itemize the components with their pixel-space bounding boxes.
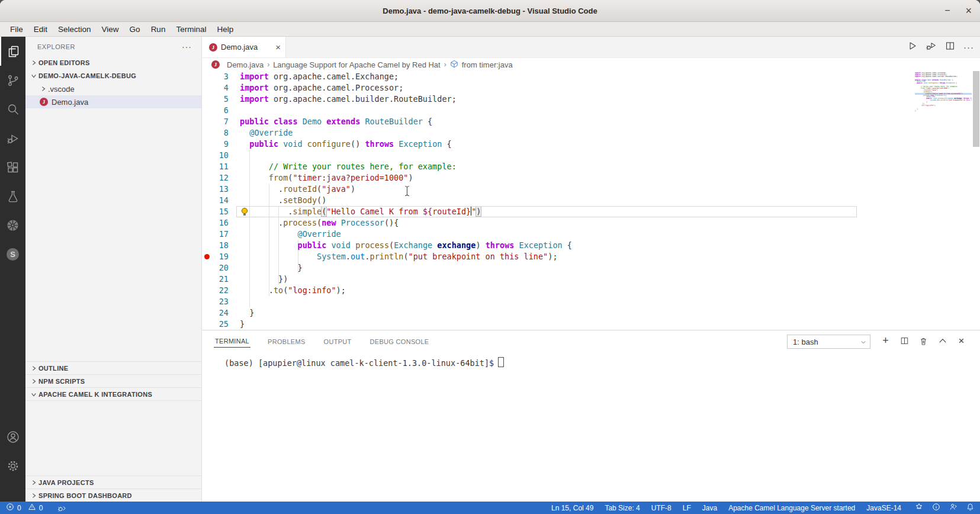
open-editors-section[interactable]: OPEN EDITORS — [25, 56, 201, 69]
code-line-5[interactable]: 5import org.apache.camel.builder.RouteBu… — [202, 94, 980, 105]
gutter[interactable]: 8 — [202, 127, 240, 139]
gutter[interactable]: 3 — [202, 71, 240, 82]
gutter[interactable]: 18 — [202, 240, 240, 251]
code-line-17[interactable]: 17 @Override — [202, 229, 980, 240]
java-overview-person-icon[interactable] — [949, 503, 957, 513]
terminal-content[interactable]: (base) [apupier@linux camel-k-client-1.3… — [202, 352, 980, 368]
code-line-23[interactable]: 23 — [202, 296, 980, 307]
panel-tab-terminal[interactable]: TERMINAL — [214, 335, 250, 348]
menu-item-file[interactable]: File — [5, 25, 28, 34]
shell-selector-dropdown[interactable]: 1: bash — [787, 335, 870, 349]
code-line-25[interactable]: 25} — [202, 319, 980, 330]
new-terminal-icon[interactable]: + — [881, 336, 891, 346]
gutter[interactable]: 23 — [202, 296, 240, 307]
split-editor-icon[interactable] — [945, 41, 955, 53]
gutter[interactable]: 11 — [202, 161, 240, 172]
gutter[interactable]: 13 — [202, 184, 240, 195]
menu-item-selection[interactable]: Selection — [53, 25, 97, 34]
code-line-3[interactable]: 3import org.apache.camel.Exchange; — [202, 71, 980, 82]
accounts-icon[interactable] — [0, 422, 25, 451]
gutter[interactable]: 19 — [202, 251, 240, 262]
code-line-13[interactable]: 13 .routeId("java") — [202, 184, 980, 195]
status-item-javase-14[interactable]: JavaSE-14 — [866, 504, 901, 512]
project-folder-row[interactable]: DEMO-JAVA-CAMELK-DEBUG — [25, 69, 201, 82]
title-bar[interactable]: Demo.java - demo-java-camelk-debug - Vis… — [0, 0, 980, 22]
menu-item-edit[interactable]: Edit — [28, 25, 53, 34]
gutter[interactable]: 4 — [202, 82, 240, 94]
menu-item-view[interactable]: View — [97, 25, 124, 34]
status-item-java[interactable]: Java — [702, 504, 717, 512]
kubernetes-icon[interactable] — [0, 211, 25, 240]
minimap[interactable]: import org.apache.camel.Exchange;import … — [915, 72, 972, 117]
status-item-ln-15-col-49[interactable]: Ln 15, Col 49 — [551, 504, 593, 512]
code-line-7[interactable]: 7public class Demo extends RouteBuilder … — [202, 116, 980, 127]
lightbulb-icon[interactable] — [241, 207, 248, 216]
code-line-24[interactable]: 24 } — [202, 307, 980, 319]
code-line-20[interactable]: 20 } — [202, 262, 980, 274]
code-line-19[interactable]: 19 System.out.println("put breakpoint on… — [202, 251, 980, 262]
code-line-6[interactable]: 6 — [202, 105, 980, 116]
minimize-button[interactable]: − — [944, 6, 950, 15]
source-control-icon[interactable] — [0, 66, 25, 95]
code-line-4[interactable]: 4import org.apache.camel.Processor; — [202, 82, 980, 94]
camel-debug-icon[interactable] — [57, 504, 67, 512]
maximize-panel-icon[interactable] — [937, 336, 947, 346]
code-line-11[interactable]: 11 // Write your routes here, for exampl… — [202, 161, 980, 172]
gutter[interactable]: 25 — [202, 319, 240, 330]
tab-close-icon[interactable]: × — [275, 42, 281, 52]
code-editor[interactable]: 3import org.apache.camel.Exchange;4impor… — [202, 71, 980, 330]
gutter[interactable]: 9 — [202, 139, 240, 150]
run-and-debug-icon[interactable] — [0, 124, 25, 153]
menu-item-help[interactable]: Help — [211, 25, 239, 34]
code-line-9[interactable]: 9 public void configure() throws Excepti… — [202, 139, 980, 150]
status-item-lf[interactable]: LF — [683, 504, 691, 512]
notifications-bell-icon[interactable] — [966, 503, 974, 513]
gutter[interactable]: 5 — [202, 94, 240, 105]
warnings-count[interactable]: 0 — [39, 504, 43, 512]
breadcrumb-extension[interactable]: Language Support for Apache Camel by Red… — [273, 60, 441, 69]
testing-icon[interactable] — [0, 182, 25, 211]
kill-terminal-icon[interactable] — [918, 336, 928, 346]
code-line-14[interactable]: 14 .setBody() — [202, 195, 980, 206]
errors-count[interactable]: 0 — [17, 504, 21, 512]
code-line-21[interactable]: 21 }) — [202, 274, 980, 285]
feedback-smiley-icon[interactable] — [915, 503, 923, 513]
spring-boot-dashboard-section[interactable]: SPRING BOOT DASHBOARD — [25, 489, 201, 502]
close-panel-icon[interactable]: × — [956, 336, 966, 346]
gutter[interactable]: 20 — [202, 262, 240, 274]
run-button[interactable] — [907, 41, 917, 53]
java-projects-section[interactable]: JAVA PROJECTS — [25, 476, 201, 489]
explorer-icon[interactable] — [0, 37, 25, 66]
panel-tab-problems[interactable]: PROBLEMS — [266, 335, 307, 348]
close-button[interactable]: × — [965, 5, 972, 16]
npm-scripts-section[interactable]: NPM SCRIPTS — [25, 374, 201, 387]
code-line-18[interactable]: 18 public void process(Exchange exchange… — [202, 240, 980, 251]
info-icon[interactable] — [932, 503, 940, 513]
extensions-icon[interactable] — [0, 153, 25, 182]
warnings-icon[interactable] — [28, 503, 36, 513]
split-terminal-icon[interactable] — [899, 336, 910, 346]
gutter[interactable]: 22 — [202, 285, 240, 296]
gutter[interactable]: 7 — [202, 116, 240, 127]
spring-boot-dashboard-icon[interactable]: S — [0, 240, 25, 269]
outline-section[interactable]: OUTLINE — [25, 361, 201, 374]
status-item-apache-camel-language-server-started[interactable]: Apache Camel Language Server started — [728, 504, 855, 512]
gutter[interactable]: 12 — [202, 172, 240, 184]
gutter[interactable]: 16 — [202, 217, 240, 229]
errors-icon[interactable] — [6, 503, 14, 513]
menu-item-run[interactable]: Run — [146, 25, 171, 34]
gutter[interactable]: 14 — [202, 195, 240, 206]
gutter[interactable]: 21 — [202, 274, 240, 285]
code-line-16[interactable]: 16 .process(new Processor(){ — [202, 217, 980, 229]
code-line-22[interactable]: 22 .to("log:info"); — [202, 285, 980, 296]
breakpoint-icon[interactable] — [204, 254, 210, 259]
explorer-more-actions-icon[interactable]: ··· — [182, 42, 192, 52]
gutter[interactable]: 15 — [202, 206, 240, 217]
camel-k-integrations-section[interactable]: APACHE CAMEL K INTEGRATIONS — [25, 387, 201, 401]
menu-item-go[interactable]: Go — [124, 25, 146, 34]
panel-tab-output[interactable]: OUTPUT — [323, 335, 353, 348]
breadcrumb-file[interactable]: Demo.java — [227, 60, 264, 69]
code-line-15[interactable]: 15 .simple("Hello Camel K from ${routeId… — [202, 206, 980, 217]
status-item-tab-size-4[interactable]: Tab Size: 4 — [605, 504, 640, 512]
breadcrumb-symbol[interactable]: from timer:java — [462, 60, 513, 69]
